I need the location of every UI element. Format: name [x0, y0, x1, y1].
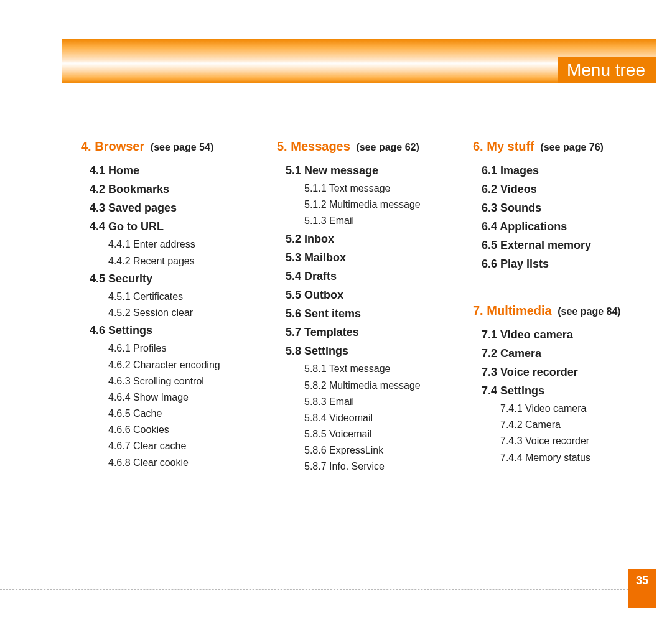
document-page: Menu tree 4. Browser (see page 54)4.1 Ho… [0, 0, 672, 624]
section-heading: 5. Messages (see page 62) [277, 139, 460, 154]
menu-item: 4.2 Bookmarks [90, 181, 264, 197]
menu-subitem: 4.6.5 Cache [108, 406, 264, 421]
menu-item: 6.1 Images [482, 162, 656, 179]
menu-item: 4.3 Saved pages [90, 200, 264, 216]
menu-section: 5. Messages (see page 62)5.1 New message… [277, 139, 460, 474]
section-number: 7. [473, 304, 483, 317]
section-number: 5. [277, 139, 287, 153]
menu-subitem: 5.8.7 Info. Service [304, 459, 460, 473]
section-name: Browser [95, 139, 144, 153]
menu-subitem: 5.8.1 Text message [304, 361, 460, 376]
menu-subitem: 4.5.1 Certificates [108, 289, 264, 304]
menu-subitem: 7.4.2 Camera [500, 417, 656, 432]
section-name: Messages [291, 139, 350, 153]
menu-subitem: 4.6.6 Cookies [108, 422, 264, 437]
menu-subitem: 7.4.1 Video camera [500, 401, 656, 416]
menu-item: 5.1 New message [286, 162, 460, 179]
menu-item: 4.4 Go to URL [90, 218, 264, 235]
menu-item: 6.3 Sounds [482, 200, 656, 216]
menu-section: 4. Browser (see page 54)4.1 Home4.2 Book… [81, 139, 264, 470]
menu-item: 4.6 Settings [90, 322, 264, 338]
menu-item: 7.1 Video camera [482, 327, 656, 343]
menu-subitem: 4.5.2 Session clear [108, 305, 264, 320]
menu-subitem: 4.6.2 Character encoding [108, 358, 264, 372]
section-heading: 7. Multimedia (see page 84) [473, 304, 656, 318]
menu-subitem: 5.8.2 Multimedia message [304, 378, 460, 393]
menu-item: 7.2 Camera [482, 345, 656, 361]
menu-item: 5.7 Templates [286, 324, 460, 340]
menu-item: 7.4 Settings [482, 383, 656, 399]
page-number: 35 [628, 569, 656, 608]
menu-section: 6. My stuff (see page 76)6.1 Images6.2 V… [473, 139, 656, 272]
menu-subitem: 5.8.6 ExpressLink [304, 443, 460, 457]
menu-subitem: 5.8.3 Email [304, 394, 460, 409]
menu-item: 5.5 Outbox [286, 287, 460, 303]
section-number: 6. [473, 139, 483, 153]
menu-item: 4.5 Security [90, 271, 264, 287]
menu-subitem: 5.1.1 Text message [304, 181, 460, 195]
section-see-page: (see page 62) [356, 142, 419, 152]
section-see-page: (see page 76) [540, 142, 603, 152]
section-heading: 4. Browser (see page 54) [81, 139, 264, 154]
menu-item: 6.5 External memory [482, 237, 656, 253]
menu-subitem: 4.6.3 Scrolling control [108, 374, 264, 388]
menu-item: 5.2 Inbox [286, 231, 460, 247]
section-heading: 6. My stuff (see page 76) [473, 139, 656, 154]
menu-subitem: 5.1.2 Multimedia message [304, 197, 460, 212]
menu-item: 5.4 Drafts [286, 268, 460, 284]
menu-subitem: 5.8.5 Voicemail [304, 427, 460, 441]
menu-subitem: 4.4.1 Enter address [108, 237, 264, 251]
menu-subitem: 4.6.1 Profiles [108, 341, 264, 355]
page-title: Menu tree [558, 57, 656, 83]
menu-item: 5.8 Settings [286, 343, 460, 359]
menu-subitem: 4.6.4 Show Image [108, 390, 264, 404]
menu-item: 5.3 Mailbox [286, 249, 460, 266]
section-number: 4. [81, 139, 91, 153]
menu-subitem: 4.6.7 Clear cache [108, 439, 264, 453]
menu-subitem: 7.4.3 Voice recorder [500, 434, 656, 448]
section-see-page: (see page 54) [151, 142, 213, 152]
menu-item: 4.1 Home [90, 162, 264, 179]
menu-item: 6.6 Play lists [482, 256, 656, 272]
menu-item: 6.2 Videos [482, 181, 656, 197]
menu-subitem: 5.1.3 Email [304, 213, 460, 228]
header-bar: Menu tree [62, 39, 656, 83]
menu-section: 7. Multimedia (see page 84)7.1 Video cam… [473, 304, 656, 465]
menu-subitem: 4.4.2 Recent pages [108, 254, 264, 268]
column: 4. Browser (see page 54)4.1 Home4.2 Book… [81, 139, 264, 505]
footer-rule [0, 589, 656, 590]
menu-subitem: 5.8.4 Videomail [304, 411, 460, 425]
menu-item: 5.6 Sent items [286, 305, 460, 322]
section-see-page: (see page 84) [558, 306, 620, 317]
menu-subitem: 7.4.4 Memory status [500, 450, 656, 465]
menu-tree-content: 4. Browser (see page 54)4.1 Home4.2 Book… [62, 83, 656, 505]
menu-subitem: 4.6.8 Clear cookie [108, 455, 264, 470]
menu-item: 6.4 Applications [482, 218, 656, 235]
section-name: Multimedia [487, 304, 551, 317]
section-name: My stuff [487, 139, 534, 153]
column: 5. Messages (see page 62)5.1 New message… [277, 139, 460, 505]
column: 6. My stuff (see page 76)6.1 Images6.2 V… [473, 139, 656, 505]
menu-item: 7.3 Voice recorder [482, 364, 656, 380]
